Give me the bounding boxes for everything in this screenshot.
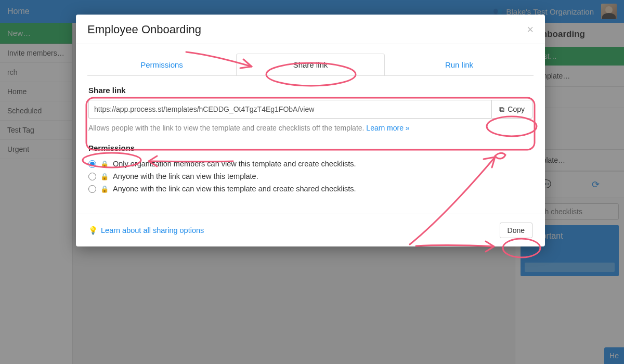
perm-label-3: Anyone with the link can view this templ… [113, 185, 356, 193]
perm-label-2: Anyone with the link can view this templ… [113, 172, 258, 180]
lock-icon: 🔒 [100, 173, 109, 180]
tab-permissions[interactable]: Permissions [87, 54, 236, 76]
share-modal: Employee Onboarding × Permissions Share … [76, 15, 545, 246]
share-link-hint: Allows people with the link to view the … [88, 124, 532, 132]
modal-tabs: Permissions Share link Run link [87, 54, 534, 76]
avatar[interactable] [601, 4, 617, 19]
done-button[interactable]: Done [500, 223, 532, 238]
home-link[interactable]: Home [7, 7, 30, 16]
copy-button[interactable]: ⧉ Copy [491, 100, 532, 119]
perm-label-1: Only organization members can view this … [113, 160, 356, 168]
close-icon[interactable]: × [527, 23, 534, 36]
new-button[interactable]: New… [0, 23, 72, 44]
share-link-input[interactable] [88, 100, 491, 119]
sidebar-test-tag[interactable]: Test Tag [0, 121, 72, 140]
perm-option-members-only[interactable]: 🔒 Only organization members can view thi… [88, 158, 532, 170]
help-button[interactable]: He [604, 347, 624, 364]
perm-radio-2[interactable] [88, 173, 96, 180]
tab-run-link[interactable]: Run link [385, 54, 534, 76]
sidebar-scheduled[interactable]: Scheduled [0, 101, 72, 121]
sidebar: New… Invite members… rch Home Scheduled … [0, 23, 73, 364]
share-link-heading: Share link [88, 86, 532, 95]
lock-icon: 🔒 [100, 185, 109, 193]
perm-radio-1[interactable] [88, 160, 96, 168]
tab-share-link[interactable]: Share link [236, 54, 385, 76]
modal-title: Employee Onboarding [87, 23, 201, 36]
permissions-heading: Permissions [88, 144, 532, 152]
sidebar-urgent[interactable]: Urgent [0, 140, 72, 159]
perm-radio-3[interactable] [88, 185, 96, 193]
lock-icon: 🔒 [100, 160, 109, 168]
invite-members[interactable]: Invite members… [0, 44, 72, 63]
perm-option-view-only[interactable]: 🔒 Anyone with the link can view this tem… [88, 170, 532, 183]
search-fragment[interactable]: rch [0, 63, 72, 82]
copy-icon: ⧉ [499, 105, 504, 114]
sidebar-home[interactable]: Home [0, 82, 72, 101]
perm-option-view-create[interactable]: 🔒 Anyone with the link can view this tem… [88, 183, 532, 195]
learn-more-link[interactable]: Learn more » [366, 124, 409, 132]
copy-label: Copy [508, 105, 525, 113]
learn-sharing-link[interactable]: 💡 Learn about all sharing options [88, 226, 204, 235]
important-progress [525, 263, 615, 272]
refresh-icon[interactable]: ⟳ [592, 179, 600, 190]
lightbulb-icon: 💡 [88, 226, 98, 235]
